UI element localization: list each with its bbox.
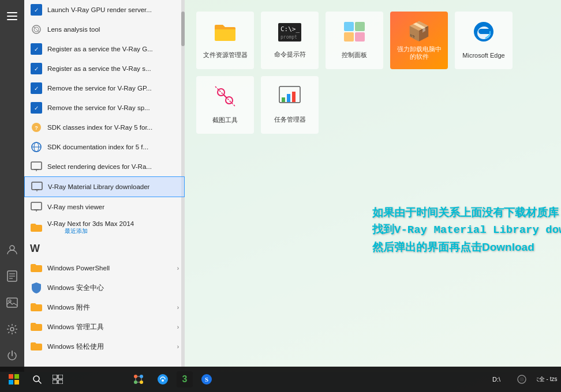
monitor-icon — [30, 160, 43, 173]
taskbar-task-view-button[interactable] — [47, 369, 68, 390]
menu-item-launch-vray-gpu[interactable]: ✓ Launch V-Ray GPU render server... — [24, 0, 185, 20]
taskbar-app-baidu[interactable] — [152, 369, 173, 390]
start-menu: ✓ Launch V-Ray GPU render server... Lens… — [0, 0, 185, 372]
desktop: ✓ Launch V-Ray GPU render server... Lens… — [0, 0, 561, 392]
taskbar-apps: 3 S — [68, 369, 277, 390]
menu-list: ✓ Launch V-Ray GPU render server... Lens… — [24, 0, 185, 372]
menu-item-windows-admin[interactable]: Windows 管理工具 › — [24, 317, 185, 337]
folder-vray-next-icon — [30, 221, 43, 234]
tile-task-manager[interactable]: 任务管理器 — [261, 76, 319, 134]
menu-item-windows-powershell[interactable]: Windows PowerShell › — [24, 258, 185, 278]
menu-item-label: Select rendering devices for V-Ra... — [47, 163, 152, 170]
svg-rect-25 — [31, 202, 42, 210]
lens-icon — [30, 23, 43, 36]
menu-item-label: Windows 管理工具 — [47, 323, 104, 331]
tile-uninstall[interactable]: 📦 强力卸载电脑中的软件 — [390, 12, 448, 69]
menu-item-label: SDK documentation index for 5 f... — [47, 144, 148, 150]
annotation-line3: 然后弹出的界面再点击Download — [372, 239, 561, 256]
tile-edge[interactable]: Microsoft Edge — [455, 12, 513, 69]
vray-register-spawner-icon: ✓ — [30, 62, 43, 75]
menu-item-label: Windows PowerShell — [47, 265, 110, 272]
cmd-tile-icon: C:\>_ prompt — [278, 22, 301, 47]
svg-rect-53 — [58, 380, 63, 384]
start-button[interactable] — [3, 369, 24, 390]
svg-rect-22 — [32, 182, 42, 190]
svg-rect-41 — [282, 97, 285, 102]
menu-item-remove-gpu-service[interactable]: ✓ Remove the service for V-Ray GP... — [24, 78, 185, 98]
shield-security-icon — [30, 281, 43, 294]
taskbar-right-area: D:\ 网站大全 - tzsucai... — [486, 369, 558, 390]
svg-point-63 — [162, 379, 164, 382]
taskbar: 3 S D:\ — [0, 367, 561, 392]
annotation-overlay: 如果由于时间关系上面没有下载材质库，可以在开始菜单中 找到V-Ray Mater… — [372, 205, 561, 256]
annotation-line1: 如果由于时间关系上面没有下载材质库，可以在开始菜单中 — [372, 205, 561, 221]
menu-item-sdk-docs[interactable]: SDK documentation index for 5 f... — [24, 137, 185, 157]
menu-item-select-rendering[interactable]: Select rendering devices for V-Ra... — [24, 157, 185, 176]
menu-item-windows-ease[interactable]: Windows 轻松使用 › — [24, 337, 185, 356]
svg-rect-33 — [344, 32, 354, 42]
tile-snip[interactable]: 截图工具 — [196, 76, 254, 134]
globe-icon — [30, 141, 43, 153]
taskbar-app-sogou[interactable]: S — [196, 369, 217, 390]
svg-text:C:\>_: C:\>_ — [280, 25, 300, 33]
sidebar-icons-column — [0, 0, 24, 372]
menu-item-register-gpu[interactable]: ✓ Register as a service the V-Ray G... — [24, 39, 185, 59]
menu-item-windows-security[interactable]: Windows 安全中心 — [24, 278, 185, 297]
expand-arrow-icon: › — [177, 265, 179, 272]
photos-icon[interactable] — [1, 291, 24, 314]
menu-item-label: Windows 安全中心 — [47, 284, 104, 292]
taskbar-app-3[interactable]: 3 — [177, 371, 193, 387]
tile-file-explorer[interactable]: 文件资源管理器 — [196, 12, 254, 69]
vray-gpu-icon: ✓ — [30, 3, 43, 16]
drive-text: D:\ — [492, 376, 500, 383]
vray-register-icon: ✓ — [30, 43, 43, 55]
snip-tile-icon — [214, 85, 236, 112]
vray-remove-spawner-icon: ✓ — [30, 101, 43, 114]
svg-rect-52 — [53, 380, 57, 384]
website-text: 网站大全 - tzsucai... — [537, 375, 558, 383]
tile-label: 强力卸载电脑中的软件 — [395, 46, 443, 61]
menu-item-vray-mesh-viewer[interactable]: V-Ray mesh viewer — [24, 197, 185, 217]
svg-point-67 — [519, 377, 524, 382]
taskbar-search-button[interactable] — [27, 369, 47, 390]
svg-rect-44 — [9, 374, 13, 379]
svg-point-3 — [10, 246, 14, 250]
menu-item-windows-accessories[interactable]: Windows 附件 › — [24, 297, 185, 317]
svg-text:?: ? — [35, 125, 38, 131]
tile-label: 文件资源管理器 — [203, 51, 248, 59]
expand-arrow-icon: › — [177, 304, 179, 311]
menu-item-vray-next-folder[interactable]: V-Ray Next for 3ds Max 2014 最近添加 — [24, 217, 185, 239]
svg-rect-43 — [292, 92, 296, 102]
taskbar-drive-label[interactable]: D:\ — [486, 369, 507, 390]
menu-item-vray-material-library[interactable]: V-Ray Material Library downloader — [24, 176, 185, 197]
tile-control-panel[interactable]: 控制面板 — [326, 12, 383, 69]
taskbar-app-circuit[interactable] — [128, 369, 149, 390]
menu-item-label: Windows 附件 — [47, 303, 90, 312]
settings-icon[interactable] — [1, 318, 24, 341]
svg-point-54 — [134, 375, 137, 378]
menu-item-lens-analysis[interactable]: Lens analysis tool — [24, 20, 185, 39]
annotation-line2: 找到V-Ray Material Library downloader — [372, 221, 561, 239]
menu-item-label: Register as a service the V-Ray s... — [47, 65, 151, 72]
svg-rect-31 — [344, 22, 354, 31]
tile-label: Microsoft Edge — [462, 51, 504, 59]
menu-item-sdk-classes[interactable]: ? SDK classes index for V-Ray 5 for... — [24, 118, 185, 137]
powershell-folder-icon — [30, 262, 43, 274]
user-profile-icon[interactable] — [1, 238, 24, 261]
tile-cmd[interactable]: C:\>_ prompt 命令提示符 — [261, 12, 319, 69]
task-manager-tile-icon — [279, 86, 301, 112]
power-icon[interactable] — [1, 344, 24, 367]
taskbar-website-label[interactable]: 网站大全 - tzsucai... — [537, 369, 558, 390]
documents-icon[interactable] — [1, 265, 24, 288]
hamburger-menu-icon[interactable] — [1, 5, 24, 28]
tile-label: 任务管理器 — [274, 115, 306, 123]
tile-label: 命令提示符 — [274, 50, 306, 58]
menu-item-label: Register as a service the V-Ray G... — [47, 46, 153, 52]
menu-item-register-spawner[interactable]: ✓ Register as a service the V-Ray s... — [24, 59, 185, 78]
svg-text:prompt: prompt — [280, 35, 297, 40]
svg-rect-34 — [355, 32, 365, 42]
accessories-folder-icon — [30, 301, 43, 314]
menu-item-remove-spawner-service[interactable]: ✓ Remove the service for V-Ray sp... — [24, 98, 185, 118]
taskbar-network-icon[interactable] — [511, 369, 532, 390]
tile-label: 截图工具 — [212, 116, 238, 124]
